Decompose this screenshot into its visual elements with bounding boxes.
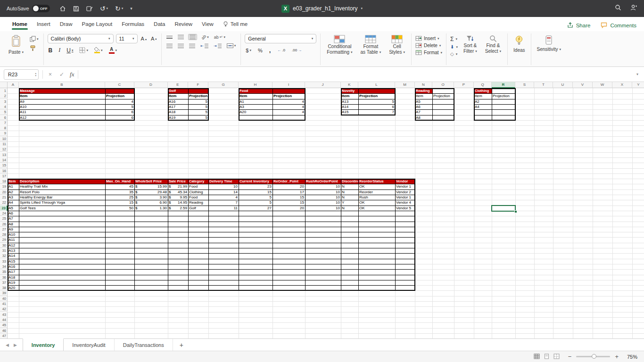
page-break-view-icon[interactable] (553, 353, 560, 361)
cell-A19[interactable]: A1 (8, 184, 19, 189)
cell-F19[interactable]: Food (188, 184, 208, 189)
spreadsheet-grid[interactable]: ABCDEFGHIJKLMNOPQRSTUVWXY123456789101112… (0, 82, 644, 338)
search-icon[interactable] (615, 4, 621, 13)
cell-A35[interactable]: A17 (8, 269, 19, 275)
insert-cells-button[interactable]: Insert▾ (415, 36, 442, 41)
delete-cells-button[interactable]: Delete▾ (415, 43, 442, 48)
align-left-button[interactable] (165, 43, 173, 49)
ribbon-tab-tell-me[interactable]: Tell me (218, 19, 252, 31)
font-color-button[interactable]: A▾ (108, 47, 118, 54)
tab-scroll-left-icon[interactable]: ◀ (6, 343, 9, 347)
row-header-6[interactable]: 6 (0, 115, 8, 120)
accounting-format-button[interactable]: $▾ (245, 47, 252, 54)
column-header-B[interactable]: B (19, 82, 105, 88)
row-header-26[interactable]: 26 (0, 222, 8, 227)
row-header-15[interactable]: 15 (0, 163, 8, 168)
cell-styles-button[interactable]: Cell Styles▾ (387, 34, 407, 56)
zoom-level[interactable]: 75% (623, 354, 637, 360)
mail-edit-icon[interactable] (86, 6, 93, 12)
cell-N2[interactable]: Item (415, 93, 432, 99)
column-header-M[interactable]: M (395, 82, 415, 88)
column-header-C[interactable]: C (105, 82, 134, 88)
cell-E5[interactable]: A18 (168, 109, 188, 115)
column-header-T[interactable]: T (534, 82, 553, 88)
conditional-formatting-button[interactable]: Conditional Formatting▾ (324, 34, 355, 56)
zoom-in-button[interactable]: + (615, 353, 619, 360)
row-header-18[interactable]: 18 (0, 179, 8, 184)
row-header-47[interactable]: 47 (0, 333, 8, 338)
column-header-Q[interactable]: Q (474, 82, 492, 88)
sheet-tab-inventory[interactable]: Inventory (23, 338, 64, 351)
wrap-text-button[interactable]: ab↵▾ (213, 34, 226, 40)
zoom-slider-thumb[interactable] (592, 354, 596, 359)
row-header-32[interactable]: 32 (0, 253, 8, 258)
column-header-H[interactable]: H (239, 82, 272, 88)
cell-N5[interactable]: A7 (415, 109, 432, 115)
ribbon-tab-data[interactable]: Data (149, 19, 170, 31)
cell-C5[interactable]: 6 (105, 109, 134, 115)
ribbon-tab-view[interactable]: View (197, 19, 218, 31)
decrease-font-size-button[interactable]: A▾ (150, 35, 157, 42)
row-header-25[interactable]: 25 (0, 216, 8, 222)
cell-I22[interactable]: 15 (272, 200, 305, 206)
cell-E2[interactable]: Item (168, 93, 188, 99)
autosave-toggle[interactable]: AutoSave OFF (7, 5, 50, 12)
cell-L22[interactable]: OK (358, 200, 395, 206)
cell-B19[interactable]: Healthy Trail Mix (19, 184, 105, 189)
cell-C19[interactable]: 45 (105, 184, 134, 189)
cell-R2[interactable]: Projection (492, 93, 515, 99)
cell-K2[interactable]: Item (341, 93, 358, 99)
formula-input[interactable] (82, 67, 633, 82)
cell-K22[interactable]: Y (341, 200, 358, 206)
column-header-D[interactable]: D (134, 82, 168, 88)
row-header-22[interactable]: 22 (0, 200, 8, 205)
row-header-12[interactable]: 12 (0, 147, 8, 152)
cell-E19[interactable]: $21.99 (168, 184, 188, 189)
save-icon[interactable] (73, 6, 79, 12)
cell-G22[interactable]: 7 (208, 200, 239, 206)
ribbon-tab-formulas[interactable]: Formulas (117, 19, 149, 31)
column-header-O[interactable]: O (432, 82, 454, 88)
home-icon[interactable] (59, 5, 66, 12)
cell-H22[interactable]: 5 (239, 200, 272, 206)
undo-button[interactable]: ↺▾ (100, 5, 108, 12)
decrease-decimal-button[interactable]: .00→ (291, 48, 303, 53)
cell-E22[interactable]: $14.95 (168, 200, 188, 206)
row-header-5[interactable]: 5 (0, 109, 8, 115)
cell-Q2[interactable]: Item (474, 93, 492, 99)
cell-F2[interactable]: Projection (188, 93, 208, 99)
number-format-select[interactable]: General▾ (245, 34, 316, 43)
cell-L2[interactable]: Projection (358, 93, 395, 99)
cell-D22[interactable]: $6.90 (134, 200, 168, 206)
align-bottom-button[interactable] (188, 34, 197, 40)
format-painter-button[interactable] (29, 45, 40, 52)
row-header-10[interactable]: 10 (0, 136, 8, 141)
align-middle-button[interactable] (177, 34, 185, 40)
redo-button[interactable]: ↻▾ (115, 5, 123, 12)
paste-button[interactable]: Paste▾ (7, 34, 25, 56)
column-header-U[interactable]: U (553, 82, 573, 88)
column-header-X[interactable]: X (612, 82, 632, 88)
row-header-40[interactable]: 40 (0, 296, 8, 301)
cell-C2[interactable]: Projection (105, 93, 134, 99)
add-sheet-button[interactable]: + (173, 339, 190, 351)
cell-B22[interactable]: Spirits Lifted Through Yoga (19, 200, 105, 206)
column-header-L[interactable]: L (358, 82, 395, 88)
cell-I19[interactable]: 20 (272, 184, 305, 189)
cell-C22[interactable]: 15 (105, 200, 134, 206)
increase-font-size-button[interactable]: A▴ (140, 35, 148, 42)
select-all-corner[interactable] (0, 82, 8, 88)
ribbon-tab-review[interactable]: Review (170, 19, 197, 31)
cell-I5[interactable]: 4 (272, 109, 305, 115)
column-header-J[interactable]: J (305, 82, 341, 88)
sort-filter-button[interactable]: Sort & Filter▾ (461, 34, 479, 55)
share-button[interactable]: Share (567, 22, 591, 28)
cell-B5[interactable]: A11 (19, 109, 105, 115)
customize-toolbar-chevron-icon[interactable]: ▾ (130, 6, 132, 11)
zoom-slider[interactable] (576, 356, 610, 357)
row-header-2[interactable]: 2 (0, 93, 8, 99)
column-header-I[interactable]: I (272, 82, 305, 88)
italic-button[interactable]: I (58, 46, 61, 54)
formula-bar-expand-icon[interactable]: ▾ (636, 72, 640, 76)
fill-button[interactable]: ⬇▾ (450, 44, 458, 49)
